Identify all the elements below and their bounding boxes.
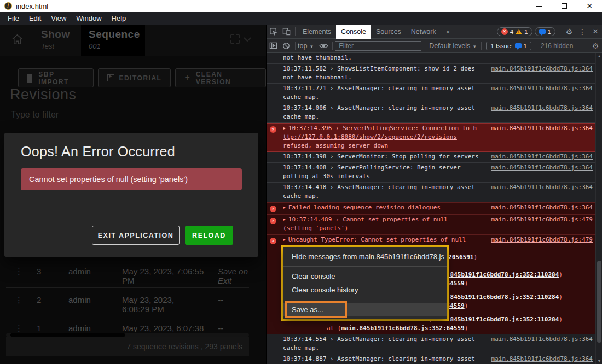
tab-elements[interactable]: Elements [298,25,336,39]
source-link[interactable]: main.845b191f1c6bdd78.js:364 [491,203,593,212]
settings-gear-icon[interactable]: ⚙ [563,25,576,38]
context-menu-item-clear-history[interactable]: Clear console history [283,283,447,297]
table-row[interactable]: ⋮ 3 admin May 23, 2023, 7:06:55 PM Save … [6,260,249,288]
issues-badge[interactable]: 1 [535,27,555,36]
context-menu-item-save-as[interactable]: Save as... [283,303,447,316]
menu-help[interactable]: Help [107,12,131,25]
tab-network[interactable]: Network [406,25,441,39]
live-expression-eye-icon[interactable] [317,39,330,52]
source-link[interactable]: main.845b191f1c6bdd78.js:479 [491,236,593,244]
more-options-icon[interactable]: ⋮ [576,25,589,38]
context-selector[interactable]: top▼ [298,42,314,50]
devtools-close-icon[interactable]: ✕ [589,25,602,38]
app-nav-bar: Show Test Sequence 001 [0,25,266,56]
minimize-button[interactable] [526,0,552,12]
kebab-menu-icon[interactable]: ⋮ [15,295,37,305]
menu-file[interactable]: File [3,12,24,25]
console-error-row[interactable]: main.845b191f1c6bdd78.js:364 ✕ ▶Failed l… [267,202,596,214]
scrollbar-thumb[interactable] [597,261,601,343]
dropdown-arrow-icon: ▼ [472,44,477,49]
source-link[interactable]: main.845b191f1c6bdd78.js:352:110284 [432,316,559,323]
revision-filter-input[interactable] [10,108,101,124]
console-settings-gear-icon[interactable]: ⚙ [589,39,602,52]
scroll-down-icon[interactable]: ▼ [596,359,602,363]
console-filter-input[interactable] [335,41,421,51]
error-icon: ✕ [270,218,276,224]
source-link[interactable]: main.845b191f1c6bdd78.js:364 [491,183,593,192]
app-icon [4,2,12,10]
issue-bubble-icon [515,43,522,48]
tab-console[interactable]: Console [336,25,371,39]
horizontal-scrollbar[interactable] [6,333,249,337]
reload-button[interactable]: RELOAD [185,226,233,245]
menu-view[interactable]: View [46,12,71,25]
kebab-menu-icon[interactable]: ⋮ [15,267,37,277]
menu-separator [283,300,447,300]
tab-sources[interactable]: Sources [371,25,406,39]
window-titlebar: index.html ✕ [0,0,602,12]
exit-application-button[interactable]: EXIT APPLICATION [92,226,180,245]
console-log-row: main.845b191f1c6bdd78.js:364 10:37:11.72… [267,84,596,103]
context-menu-item-hide-messages[interactable]: Hide messages from main.845b191f1c6bdd78… [283,250,447,263]
modal-title: Oops! An Error Occurred [21,144,175,160]
expand-arrow-icon[interactable]: ▶ [283,217,286,222]
console-log-row: main.845b191f1c6bdd78.js:364 10:37:11.58… [267,64,596,84]
expand-arrow-icon[interactable]: ▶ [283,126,286,131]
source-link[interactable]: main.845b191f1c6bdd78.js:364 [491,84,593,93]
tab-sequence[interactable]: Sequence 001 [81,25,145,56]
console-log-row: main.845b191f1c6bdd78.js:364 10:37:14.39… [267,152,596,163]
source-link[interactable]: main.845b191f1c6bdd78.js:364 [491,124,593,133]
tab-show[interactable]: Show Test [41,28,70,50]
chevron-down-icon[interactable] [243,37,252,42]
console-sidebar-icon[interactable] [267,39,280,52]
home-icon[interactable] [11,33,24,46]
table-footer: 7 sequence revisions , 293 panels [6,337,249,356]
scroll-up-icon[interactable]: ▲ [596,54,602,58]
panels-grid-icon[interactable] [230,34,240,44]
device-toolbar-icon[interactable] [280,25,293,38]
source-link[interactable]: main.845b191f1c6bdd78.js:364 [491,355,593,363]
menu-bar: File Edit View Window Help [0,12,602,25]
issue-bubble-icon [539,29,546,34]
clean-version-button[interactable]: + CLEAN VERSION [175,68,266,87]
more-tabs-icon[interactable]: » [441,25,455,39]
table-row[interactable]: ⋮ 2 admin May 23, 2023, 6:08:29 PM -- [6,288,249,316]
error-modal: Oops! An Error Occurred Cannot set prope… [4,133,258,257]
console-error-row[interactable]: main.845b191f1c6bdd78.js:364 ✕ ▶10:37:14… [267,123,596,152]
vertical-scrollbar[interactable]: ▲ ▼ [595,53,602,364]
console-log-row: not have thumbnail. [267,53,596,64]
table-row[interactable]: ⋮ 1 admin May 23, 2023, 6:07:38 PM -- [6,316,249,332]
log-levels-selector[interactable]: Default levels▼ [429,42,477,50]
console-log-row: main.845b191f1c6bdd78.js:364 10:37:14.55… [267,334,596,354]
sbp-import-button[interactable]: SBP IMPORT [18,68,94,87]
source-link[interactable]: main.845b191f1c6bdd78.js:352:110284 [432,271,559,278]
source-link[interactable]: main.845b191f1c6bdd78.js:364 [491,64,593,73]
inspect-element-icon[interactable] [267,25,280,38]
console-log-row: main.845b191f1c6bdd78.js:364 10:37:14.00… [267,103,596,123]
error-warning-badge[interactable]: ✕4 1 [497,27,532,36]
source-link[interactable]: main.845b191f1c6bdd78.js:364 [491,163,593,172]
menu-edit[interactable]: Edit [24,12,46,25]
source-link[interactable]: main.845b191f1c6bdd78.js:364 [491,104,593,113]
source-link[interactable]: main.845b191f1c6bdd78.js:352:110284 [432,293,559,301]
source-link[interactable]: main.845b191f1c6bdd78.js:364 [491,335,593,344]
error-icon: ✕ [501,28,508,35]
source-link[interactable]: main.845b191f1c6bdd78.js:364 [491,152,593,161]
editorial-button[interactable]: EDITORIAL [98,68,171,87]
kebab-menu-icon[interactable]: ⋮ [15,324,37,332]
maximize-button[interactable] [552,0,577,12]
menu-window[interactable]: Window [71,12,106,25]
close-button[interactable]: ✕ [577,0,602,12]
window-controls: ✕ [526,0,602,12]
console-error-row[interactable]: main.845b191f1c6bdd78.js:479 ✕ ▶10:37:14… [267,214,596,234]
issues-counter[interactable]: 1 Issue: 1 [486,42,531,50]
expand-arrow-icon[interactable]: ▶ [283,205,286,210]
film-frame-icon [107,74,114,81]
grid-icon [27,74,34,81]
context-menu-item-clear-console[interactable]: Clear console [283,269,447,283]
source-link[interactable]: main.845b191f1c6bdd78.js:352:64559 [341,325,465,332]
expand-arrow-icon[interactable]: ▶ [283,237,286,242]
warning-icon [516,29,522,34]
clear-console-icon[interactable] [280,39,293,52]
source-link[interactable]: main.845b191f1c6bdd78.js:479 [491,215,593,224]
